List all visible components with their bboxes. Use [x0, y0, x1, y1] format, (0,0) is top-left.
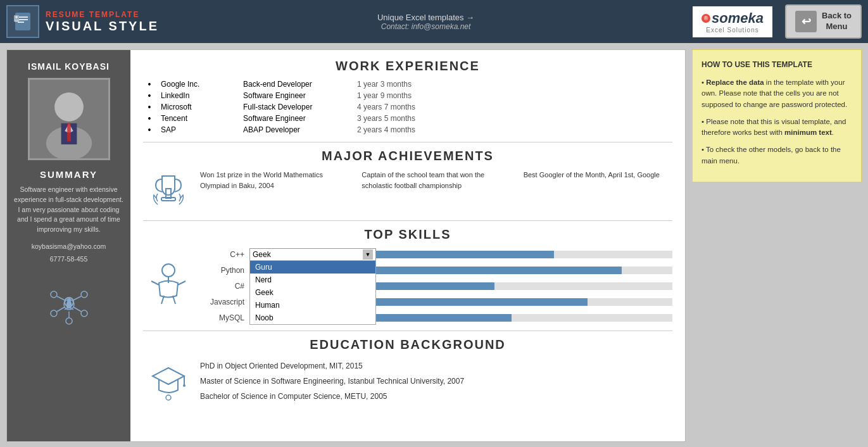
dropdown-option[interactable]: Human: [250, 299, 375, 312]
skill-label: Javascript: [200, 298, 244, 306]
svg-point-22: [51, 310, 57, 317]
skill-label: MySQL: [200, 313, 244, 322]
phone: 6777-58-455: [50, 255, 88, 263]
dropdown-option[interactable]: Guru: [250, 261, 375, 274]
svg-line-19: [57, 296, 65, 300]
svg-rect-3: [18, 22, 24, 23]
dropdown-option[interactable]: Nerd: [250, 274, 375, 286]
svg-point-24: [81, 310, 87, 317]
education-title: EDUCATION BACKGROUND: [143, 337, 672, 352]
work-experience-title: WORK EXPERIENCE: [143, 59, 672, 73]
skill-row: C++Geek▼GuruNerdGeekHumanNoob: [200, 248, 672, 261]
work-row: • SAP ABAP Developer 2 years 4 months: [143, 124, 672, 135]
svg-rect-13: [67, 123, 71, 142]
back-arrow-icon: ↩: [795, 11, 817, 32]
back-to-menu-button[interactable]: ↩ Back toMenu: [785, 4, 862, 39]
main-content: WORK EXPERIENCE • Google Inc. Back-end D…: [130, 50, 685, 441]
svg-point-40: [183, 384, 186, 387]
work-experience-section: WORK EXPERIENCE • Google Inc. Back-end D…: [143, 59, 672, 135]
skills-person-icon: [143, 248, 194, 312]
skill-label: Python: [200, 266, 244, 275]
network-icon: [44, 282, 94, 335]
svg-line-21: [73, 296, 81, 300]
svg-rect-1: [18, 16, 28, 18]
svg-rect-6: [15, 20, 20, 21]
svg-line-34: [151, 281, 159, 285]
summary-title: SUMMARY: [40, 169, 97, 180]
svg-point-20: [81, 291, 87, 298]
back-btn-label: Back toMenu: [822, 11, 852, 32]
howto-item: • Replace the data in the template with …: [701, 77, 852, 110]
work-row: • LinkedIn Software Engineer 1 year 9 mo…: [143, 90, 672, 101]
work-table: • Google Inc. Back-end Developer 1 year …: [143, 79, 672, 135]
graduation-icon: [143, 358, 194, 403]
header-contact: Contact: info@someka.net: [381, 22, 471, 31]
logo-sub: Excel Solutions: [706, 27, 758, 34]
svg-point-41: [166, 395, 171, 400]
svg-point-9: [54, 92, 84, 122]
avatar: [28, 78, 110, 160]
achievement-item: Captain of the school team that won the …: [362, 170, 510, 191]
svg-line-25: [73, 307, 81, 312]
dropdown-option[interactable]: Noob: [250, 312, 375, 324]
skill-label: C++: [200, 250, 244, 259]
svg-line-35: [178, 281, 186, 285]
svg-rect-30: [166, 189, 171, 198]
skills-section: TOP SKILLS: [143, 227, 672, 324]
someka-logo: ® someka Excel Solutions: [693, 6, 772, 37]
achievement-item: Best Googler of the Month, April 1st, Go…: [524, 170, 672, 191]
summary-text: Software engineer with extensive experie…: [13, 185, 124, 235]
svg-rect-7: [15, 21, 18, 22]
resume-icon: [6, 5, 39, 38]
sidebar: ISMAIL KOYBASI SUMMARY Software engineer…: [7, 50, 130, 441]
badge-label: RESUME TEMPLATE: [46, 10, 159, 19]
svg-marker-38: [153, 368, 184, 384]
achievements-title: MAJOR ACHIEVEMENTS: [143, 149, 672, 163]
work-row: • Microsoft Full-stack Developer 4 years…: [143, 101, 672, 113]
skills-title: TOP SKILLS: [143, 227, 672, 242]
education-item: Bachelor of Science in Computer Science,…: [200, 389, 672, 404]
education-section: EDUCATION BACKGROUND PhD in: [143, 337, 672, 404]
email: koybasisma@yahoo.com: [32, 242, 106, 250]
svg-line-23: [57, 307, 65, 312]
achievement-item: Won 1st prize in the World Mathematics O…: [200, 170, 349, 191]
svg-point-32: [162, 264, 175, 277]
education-list: PhD in Object Oriented Development, MIT,…: [200, 358, 672, 404]
header-title: VISUAL STYLE: [46, 19, 159, 34]
header-link[interactable]: Unique Excel templates →: [377, 13, 474, 22]
work-row: • Tencent Software Engineer 3 years 5 mo…: [143, 113, 672, 124]
work-row: • Google Inc. Back-end Developer 1 year …: [143, 79, 672, 90]
svg-point-29: [67, 301, 71, 305]
svg-rect-31: [161, 198, 175, 201]
howto-title: HOW TO USE THIS TEMPLATE: [701, 59, 852, 71]
svg-point-18: [51, 291, 57, 298]
howto-panel: HOW TO USE THIS TEMPLATE • Replace the d…: [692, 49, 862, 182]
howto-item: • To check the other models, go back to …: [701, 144, 852, 167]
trophy-icon: [143, 170, 194, 214]
education-item: Master of Science in Software Engineerin…: [200, 374, 672, 389]
svg-point-5: [15, 16, 18, 18]
person-name: ISMAIL KOYBASI: [28, 61, 110, 72]
svg-point-26: [66, 318, 72, 324]
dropdown-option[interactable]: Geek: [250, 286, 375, 299]
logo-name: someka: [712, 10, 764, 27]
education-item: PhD in Object Oriented Development, MIT,…: [200, 358, 672, 374]
skill-level-dropdown-list[interactable]: GuruNerdGeekHumanNoob: [249, 260, 376, 325]
achievements-section: MAJOR ACHIEVEMENTS: [143, 149, 672, 214]
howto-item: • Please note that this is visual templa…: [701, 116, 852, 139]
skill-level-dropdown[interactable]: Geek▼: [249, 248, 376, 261]
skill-label: C#: [200, 282, 244, 291]
